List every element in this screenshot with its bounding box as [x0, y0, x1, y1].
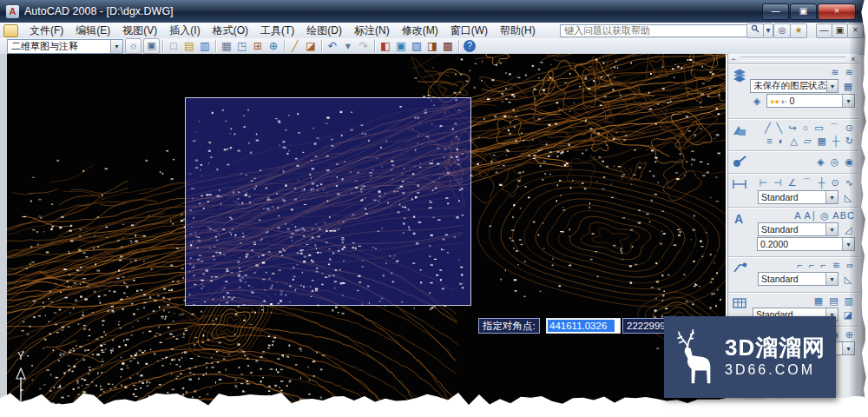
- dynamic-x-value: 441611.0326: [548, 320, 615, 332]
- restore-button[interactable]: ▣: [790, 3, 817, 20]
- layer-state-caret-icon[interactable]: ▾: [826, 80, 838, 92]
- dynamic-prompt: 指定对角点:: [478, 318, 540, 334]
- dim-style-caret-icon[interactable]: ▾: [825, 191, 838, 203]
- modify-tools-row[interactable]: ≡ ◐ △ ▱ ▦ ┼ ↻: [766, 136, 855, 147]
- autocad-window: A AutoCAD 2008 - [D:\dgx.DWG] — ▣ × 文件(F…: [0, 0, 868, 417]
- text-height-caret-icon[interactable]: ▾: [842, 238, 854, 250]
- watermark-name: 3D溜溜网: [725, 334, 825, 361]
- standard-toolbar: □▤▥▦◳⊞⊕╱◪↶▾↷◧▣▨◨▩?: [166, 39, 477, 53]
- text-style-dropdown[interactable]: Standard ▾: [758, 222, 838, 236]
- search-icon[interactable]: [746, 23, 764, 38]
- communication-center-icon[interactable]: ◎: [773, 23, 791, 38]
- menu-help[interactable]: 帮助(H): [494, 23, 542, 39]
- panel-close-icon[interactable]: ×: [848, 55, 858, 63]
- doc-close-button[interactable]: ×: [847, 23, 864, 38]
- layer-caret-icon[interactable]: ▾: [842, 95, 854, 107]
- panel-section-annotation: ◈ ◎ ◉: [728, 151, 858, 174]
- text-height-dropdown[interactable]: 0.2000 ▾: [757, 237, 855, 251]
- minimize-button[interactable]: —: [762, 3, 789, 20]
- toolbar-dock-gutter: [0, 54, 7, 417]
- open-icon[interactable]: ▤: [181, 39, 197, 53]
- layer-dropdown[interactable]: ●●◑▫ 0 ▾: [766, 94, 855, 108]
- workspace-dropdown[interactable]: 二维草图与注释 ▾: [7, 39, 123, 54]
- autocad-app-icon: A: [6, 5, 19, 18]
- panel-section-2d-draw: ╱ ╲ ↪ ○ ▭ ⌒ ⊙ ≡ ◐ △ ▱ ▦ ┼ ↻: [728, 119, 858, 151]
- properties-palette-icon[interactable]: ▣: [393, 39, 409, 53]
- text-icon[interactable]: A: [728, 208, 750, 256]
- menu-draw[interactable]: 绘图(D): [300, 23, 348, 39]
- web-icon[interactable]: ⊕: [266, 39, 281, 53]
- undo-caret-icon[interactable]: ▾: [340, 39, 356, 53]
- dim-style-dropdown[interactable]: Standard ▾: [758, 190, 838, 204]
- zoom-caret-icon[interactable]: ▾: [842, 342, 854, 354]
- annotation-tools-row[interactable]: ◈ ◎ ◉: [817, 156, 855, 168]
- sheetset-manager-icon[interactable]: ▨: [409, 39, 424, 53]
- text-style-edit-icon[interactable]: ◿: [841, 223, 855, 236]
- layer-states-manager-icon[interactable]: ▦: [841, 80, 855, 93]
- panel-section-multileader: ⌐ ⌐ ⌐ ≋ ∞ Standard ▾ ◺: [728, 257, 858, 293]
- workspaces-icon[interactable]: ◧: [378, 39, 393, 53]
- layer-status-icons: ●●◑▫ 0: [770, 96, 794, 106]
- layer-tools-icons[interactable]: ≋ ≋: [832, 67, 856, 78]
- undo-icon[interactable]: ↶: [325, 39, 340, 53]
- menu-format[interactable]: 格式(O): [207, 23, 254, 39]
- panel-section-layers: ≋ ≋ 未保存的图层状态 ▾ ▦ ◈ ●●◑▫ 0 ▾: [728, 64, 858, 119]
- menu-tools[interactable]: 工具(T): [254, 23, 300, 39]
- menu-modify[interactable]: 修改(M): [396, 23, 444, 39]
- table-style-edit-icon[interactable]: ◪: [841, 308, 855, 321]
- menu-window[interactable]: 窗口(W): [444, 23, 494, 39]
- layer-properties-icon[interactable]: ◈: [750, 95, 764, 108]
- quickcalc-icon[interactable]: ▩: [440, 39, 456, 53]
- multileader-tools-row[interactable]: ⌐ ⌐ ⌐ ≋ ∞: [797, 260, 855, 271]
- match-properties-icon[interactable]: ◪: [303, 39, 319, 53]
- annotation-icon[interactable]: [728, 151, 750, 173]
- layer-state-dropdown[interactable]: 未保存的图层状态 ▾: [750, 79, 838, 93]
- menu-view[interactable]: 视图(V): [116, 23, 163, 39]
- ucs-icon: Y: [9, 348, 35, 403]
- draw-tools-icon[interactable]: [728, 119, 750, 150]
- table-tools-row[interactable]: ▦ ▤ ▥: [814, 295, 855, 307]
- panel-section-text: A A A∣ ◎ ABC Standard ▾ ◿ 0.2000 ▾: [728, 208, 858, 257]
- workspace-caret-icon[interactable]: ▾: [110, 40, 122, 53]
- menu-dimension[interactable]: 标注(N): [348, 23, 396, 39]
- text-tools-row[interactable]: A A∣ ◎ ABC: [794, 210, 855, 222]
- dimension-icon[interactable]: [728, 174, 750, 207]
- workspace-settings-icon[interactable]: ☼: [125, 38, 141, 54]
- menu-file[interactable]: 文件(F): [23, 23, 69, 39]
- menu-insert[interactable]: 插入(I): [163, 23, 206, 39]
- svg-text:A: A: [734, 212, 743, 226]
- publish-icon[interactable]: ⊞: [250, 39, 266, 53]
- dynamic-x-input[interactable]: 441611.0326: [546, 318, 621, 334]
- layers-icon[interactable]: [728, 64, 750, 118]
- pencil-icon[interactable]: ╱: [287, 39, 303, 53]
- qnew-icon[interactable]: □: [166, 39, 181, 53]
- search-caret-icon[interactable]: ▾: [763, 23, 773, 38]
- doc-restore-button[interactable]: ▣: [832, 23, 848, 38]
- plot-preview-icon[interactable]: ◳: [234, 39, 250, 53]
- drawing-canvas[interactable]: [7, 54, 726, 417]
- multileader-icon[interactable]: [728, 257, 750, 292]
- window-title: AutoCAD 2008 - [D:\dgx.DWG]: [24, 5, 174, 17]
- dim-style-edit-icon[interactable]: ◺: [841, 191, 855, 204]
- leader-style-caret-icon[interactable]: ▾: [825, 273, 838, 285]
- dimension-tools-row[interactable]: ⊢ ⊣ ∠ ⌒ ┼ ⊙ ∿: [759, 176, 855, 189]
- workspace-lock-icon[interactable]: ▣: [143, 38, 160, 54]
- leader-style-edit-icon[interactable]: ◺: [841, 273, 855, 286]
- draw-tools-row[interactable]: ╱ ╲ ↪ ○ ▭ ⌒ ⊙: [765, 122, 855, 135]
- leader-style-dropdown[interactable]: Standard ▾: [758, 272, 838, 286]
- redo-icon[interactable]: ↷: [356, 39, 372, 53]
- markup-manager-icon[interactable]: ◨: [424, 39, 440, 53]
- help-icon[interactable]: ?: [464, 40, 476, 52]
- close-button[interactable]: ×: [818, 3, 856, 20]
- menu-edit[interactable]: 编辑(E): [69, 23, 116, 39]
- text-style-caret-icon[interactable]: ▾: [825, 223, 838, 235]
- favorites-star-icon[interactable]: ★: [790, 23, 807, 38]
- help-search-input[interactable]: [560, 24, 753, 37]
- panel-header[interactable]: − ×: [728, 54, 858, 64]
- toolbar: 二维草图与注释 ▾ ☼ ▣ □▤▥▦◳⊞⊕╱◪↶▾↷◧▣▨◨▩?: [0, 38, 868, 55]
- doc-minimize-button[interactable]: —: [816, 23, 832, 38]
- panel-collapse-icon[interactable]: −: [728, 55, 739, 63]
- ucs-y-label: Y: [17, 350, 24, 362]
- plot-icon[interactable]: ▦: [219, 39, 234, 53]
- save-icon[interactable]: ▥: [197, 39, 213, 53]
